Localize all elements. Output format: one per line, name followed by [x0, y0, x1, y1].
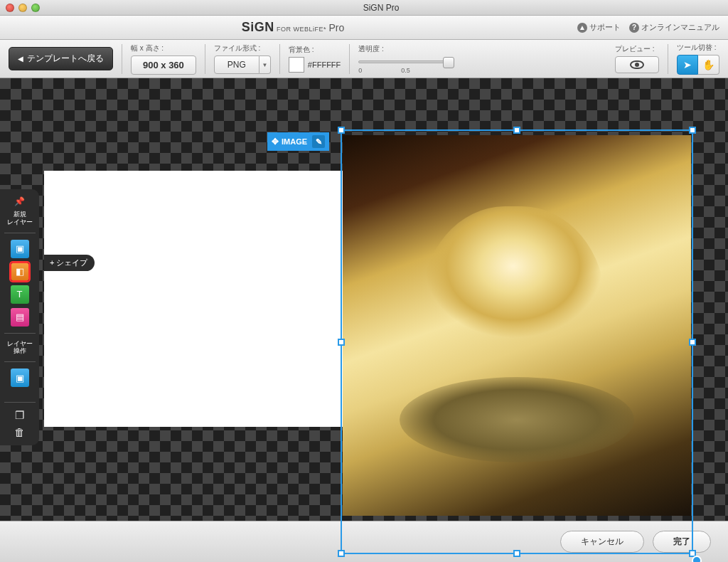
brand-suffix: Pro	[328, 22, 344, 33]
brand-sub: FOR WEBLiFE*	[277, 26, 326, 33]
delete-button[interactable]: 🗑	[14, 426, 25, 438]
other-layer-button[interactable]: ▤	[11, 308, 29, 327]
text-layer-button[interactable]: T	[11, 285, 29, 304]
opacity-label: 透明度 :	[358, 44, 451, 54]
format-select[interactable]: PNG ▼	[214, 55, 271, 74]
bgcolor-swatch[interactable]	[289, 57, 304, 73]
divider	[4, 402, 36, 403]
chevron-left-icon: ◀	[18, 55, 23, 63]
divider	[4, 233, 36, 233]
divider	[205, 44, 205, 74]
brand-main: SiGN	[242, 20, 274, 34]
toolbar: ◀ テンプレートへ戻る 幅 x 高さ : 900 x 360 ファイル形式 : …	[0, 40, 728, 78]
support-label: サポート	[589, 22, 621, 33]
duplicate-button[interactable]: ❐	[15, 409, 24, 422]
format-label: ファイル形式 :	[214, 43, 271, 53]
format-value: PNG	[214, 55, 259, 74]
canvas-area[interactable]: ✥ IMAGE ✎ 📌 新規 レイヤー ▣ ◧ T ▤ レイヤー 操作 ▣ ❐ …	[0, 78, 728, 521]
dimensions-label: 幅 x 高さ :	[131, 43, 196, 53]
dimensions-button[interactable]: 900 x 360	[131, 55, 196, 75]
traffic-lights	[6, 4, 40, 12]
bgcolor-group: 背景色 : #FFFFFF	[289, 45, 341, 73]
shape-layer-button[interactable]: ◧	[11, 263, 29, 281]
slider-thumb[interactable]	[443, 57, 454, 68]
resize-handle-ne[interactable]	[689, 127, 696, 134]
selection-tag[interactable]: ✥ IMAGE ✎	[267, 132, 329, 151]
tool-toggle-group: ツール切替 : ➤ ✋	[677, 43, 719, 75]
image-icon: ▣	[16, 243, 24, 254]
window-titlebar: SiGN Pro	[0, 0, 728, 16]
flyout-label: + シェイプ	[50, 258, 87, 268]
dimensions-group: 幅 x 高さ : 900 x 360	[131, 43, 196, 75]
hand-tool[interactable]: ✋	[698, 55, 719, 75]
side-panel: 📌 新規 レイヤー ▣ ◧ T ▤ レイヤー 操作 ▣ ❐ 🗑	[0, 189, 39, 445]
artboard[interactable]	[44, 171, 343, 427]
layer-ops-label: レイヤー 操作	[7, 340, 33, 356]
edit-icon[interactable]: ✎	[312, 135, 325, 148]
rotate-handle[interactable]	[692, 556, 702, 562]
format-group: ファイル形式 : PNG ▼	[214, 43, 271, 74]
preview-group: プレビュー :	[615, 44, 659, 73]
eye-icon	[630, 60, 644, 69]
resize-handle-sw[interactable]	[338, 550, 345, 557]
divider	[279, 44, 280, 74]
resize-handle-s[interactable]	[513, 550, 520, 557]
opacity-min: 0	[358, 67, 362, 74]
layer-icon: ▣	[16, 373, 24, 383]
opacity-group: 透明度 : 0 0.5	[358, 44, 451, 74]
text-icon: T	[17, 289, 23, 299]
back-button[interactable]: ◀ テンプレートへ戻る	[9, 47, 113, 70]
app-header: SiGN FOR WEBLiFE* Pro ▲ サポート ? オンラインマニュア…	[0, 16, 728, 40]
pin-icon[interactable]: 📌	[14, 196, 25, 206]
support-link[interactable]: ▲ サポート	[577, 22, 621, 33]
hand-icon: ✋	[702, 59, 714, 70]
opacity-mid: 0.5	[401, 67, 410, 74]
resize-handle-e[interactable]	[689, 339, 696, 346]
minimize-window-icon[interactable]	[18, 4, 27, 12]
move-icon: ✥	[272, 137, 279, 147]
preview-label: プレビュー :	[615, 44, 659, 54]
resize-handle-nw[interactable]	[338, 127, 345, 134]
bgcolor-value: #FFFFFF	[308, 60, 341, 69]
image-layer-button[interactable]: ▣	[11, 240, 29, 258]
brand: SiGN FOR WEBLiFE* Pro	[9, 20, 577, 35]
resize-handle-n[interactable]	[513, 127, 520, 134]
divider	[4, 361, 36, 362]
grid-icon: ▤	[16, 312, 24, 322]
user-icon: ▲	[577, 23, 587, 33]
shape-flyout[interactable]: + シェイプ	[44, 255, 95, 271]
preview-button[interactable]	[615, 56, 659, 73]
selection-box[interactable]	[341, 129, 693, 554]
zoom-window-icon[interactable]	[31, 4, 40, 12]
bgcolor-label: 背景色 :	[289, 45, 341, 55]
new-layer-label: 新規 レイヤー	[7, 211, 33, 226]
divider	[349, 44, 350, 74]
window-title: SiGN Pro	[40, 3, 722, 13]
tool-label: ツール切替 :	[677, 43, 719, 53]
selection-type: IMAGE	[282, 137, 307, 146]
cursor-icon: ➤	[683, 59, 692, 70]
divider	[122, 44, 122, 74]
opacity-slider[interactable]	[358, 60, 451, 63]
pointer-tool[interactable]: ➤	[677, 55, 698, 75]
help-icon: ?	[629, 23, 639, 33]
manual-label: オンラインマニュアル	[641, 22, 719, 33]
resize-handle-w[interactable]	[338, 339, 345, 346]
divider	[4, 333, 36, 334]
manual-link[interactable]: ? オンラインマニュアル	[629, 22, 719, 33]
close-window-icon[interactable]	[6, 4, 14, 12]
layer-select-button[interactable]: ▣	[11, 369, 29, 387]
shape-icon: ◧	[16, 266, 24, 277]
divider	[668, 44, 668, 74]
back-label: テンプレートへ戻る	[27, 53, 104, 65]
chevron-down-icon: ▼	[259, 55, 271, 74]
